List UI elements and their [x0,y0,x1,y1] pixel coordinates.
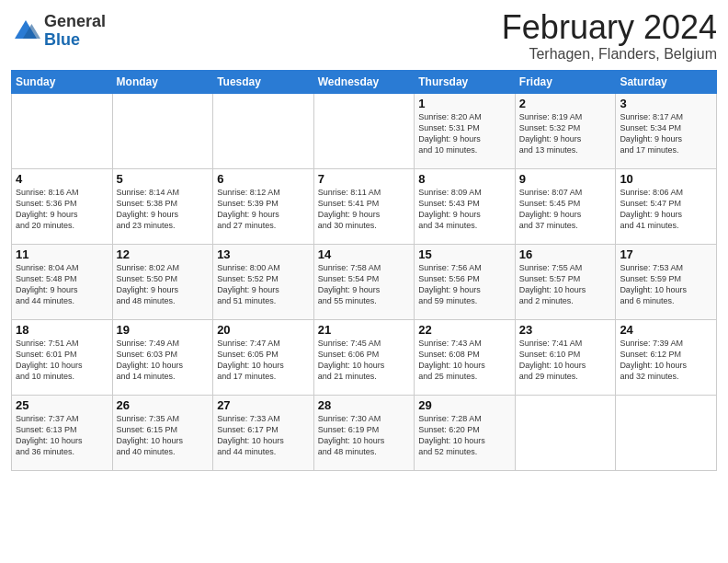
day-number: 26 [117,398,210,412]
day-info: Sunrise: 8:17 AM Sunset: 5:34 PM Dayligh… [620,111,712,156]
day-info: Sunrise: 8:14 AM Sunset: 5:38 PM Dayligh… [117,187,210,232]
header-sunday: Sunday [12,70,113,93]
calendar-cell: 27Sunrise: 7:33 AM Sunset: 6:17 PM Dayli… [213,395,314,470]
calendar-cell: 28Sunrise: 7:30 AM Sunset: 6:19 PM Dayli… [313,395,415,470]
day-number: 7 [318,172,411,186]
calendar-cell [313,93,415,168]
day-info: Sunrise: 7:49 AM Sunset: 6:03 PM Dayligh… [117,338,210,383]
day-number: 3 [620,97,712,110]
calendar-cell: 10Sunrise: 8:06 AM Sunset: 5:47 PM Dayli… [616,168,717,244]
day-info: Sunrise: 7:28 AM Sunset: 6:20 PM Dayligh… [418,413,511,458]
calendar-cell: 21Sunrise: 7:45 AM Sunset: 6:06 PM Dayli… [313,319,415,395]
day-info: Sunrise: 7:30 AM Sunset: 6:19 PM Dayligh… [318,413,411,458]
logo-text: General Blue [44,13,106,50]
main-title: February 2024 [502,9,717,46]
day-number: 29 [418,398,511,412]
day-info: Sunrise: 7:33 AM Sunset: 6:17 PM Dayligh… [217,413,310,458]
day-number: 16 [519,247,612,261]
day-info: Sunrise: 7:35 AM Sunset: 6:15 PM Dayligh… [117,413,210,458]
header-wednesday: Wednesday [313,70,415,93]
day-info: Sunrise: 7:37 AM Sunset: 6:13 PM Dayligh… [16,413,108,458]
day-info: Sunrise: 8:06 AM Sunset: 5:47 PM Dayligh… [620,187,712,232]
day-info: Sunrise: 8:12 AM Sunset: 5:39 PM Dayligh… [217,187,310,232]
day-info: Sunrise: 8:02 AM Sunset: 5:50 PM Dayligh… [117,262,210,307]
calendar-cell: 7Sunrise: 8:11 AM Sunset: 5:41 PM Daylig… [313,168,415,244]
calendar-cell: 20Sunrise: 7:47 AM Sunset: 6:05 PM Dayli… [213,319,314,395]
calendar-cell: 11Sunrise: 8:04 AM Sunset: 5:48 PM Dayli… [12,244,113,319]
calendar-cell: 18Sunrise: 7:51 AM Sunset: 6:01 PM Dayli… [12,319,113,395]
day-info: Sunrise: 7:56 AM Sunset: 5:56 PM Dayligh… [418,262,511,307]
calendar-cell: 8Sunrise: 8:09 AM Sunset: 5:43 PM Daylig… [415,168,516,244]
header-tuesday: Tuesday [213,70,314,93]
calendar-cell: 13Sunrise: 8:00 AM Sunset: 5:52 PM Dayli… [213,244,314,319]
day-number: 6 [217,172,310,186]
logo-icon [11,17,40,46]
calendar-cell: 22Sunrise: 7:43 AM Sunset: 6:08 PM Dayli… [415,319,516,395]
day-info: Sunrise: 8:04 AM Sunset: 5:48 PM Dayligh… [16,262,108,307]
calendar-cell: 14Sunrise: 7:58 AM Sunset: 5:54 PM Dayli… [313,244,415,319]
calendar-cell: 16Sunrise: 7:55 AM Sunset: 5:57 PM Dayli… [515,244,616,319]
day-info: Sunrise: 7:39 AM Sunset: 6:12 PM Dayligh… [620,338,712,383]
calendar-cell: 26Sunrise: 7:35 AM Sunset: 6:15 PM Dayli… [112,395,213,470]
header-saturday: Saturday [616,70,717,93]
calendar-week-5: 25Sunrise: 7:37 AM Sunset: 6:13 PM Dayli… [12,395,717,470]
calendar-cell: 17Sunrise: 7:53 AM Sunset: 5:59 PM Dayli… [616,244,717,319]
calendar-body: 1Sunrise: 8:20 AM Sunset: 5:31 PM Daylig… [12,93,717,470]
day-number: 15 [418,247,511,261]
day-number: 17 [620,247,712,261]
day-number: 20 [217,323,310,337]
day-number: 24 [620,323,712,337]
day-info: Sunrise: 8:09 AM Sunset: 5:43 PM Dayligh… [418,187,511,232]
day-number: 4 [16,172,108,186]
calendar-header: Sunday Monday Tuesday Wednesday Thursday… [12,70,717,93]
day-info: Sunrise: 7:51 AM Sunset: 6:01 PM Dayligh… [16,338,108,383]
day-info: Sunrise: 7:45 AM Sunset: 6:06 PM Dayligh… [318,338,411,383]
day-info: Sunrise: 7:55 AM Sunset: 5:57 PM Dayligh… [519,262,612,307]
calendar-cell: 4Sunrise: 8:16 AM Sunset: 5:36 PM Daylig… [12,168,113,244]
day-info: Sunrise: 7:41 AM Sunset: 6:10 PM Dayligh… [519,338,612,383]
calendar-week-1: 1Sunrise: 8:20 AM Sunset: 5:31 PM Daylig… [12,93,717,168]
calendar-cell: 23Sunrise: 7:41 AM Sunset: 6:10 PM Dayli… [515,319,616,395]
day-info: Sunrise: 8:11 AM Sunset: 5:41 PM Dayligh… [318,187,411,232]
day-number: 12 [117,247,210,261]
calendar-cell: 19Sunrise: 7:49 AM Sunset: 6:03 PM Dayli… [112,319,213,395]
day-info: Sunrise: 7:43 AM Sunset: 6:08 PM Dayligh… [418,338,511,383]
calendar-cell [12,93,113,168]
calendar-cell: 25Sunrise: 7:37 AM Sunset: 6:13 PM Dayli… [12,395,113,470]
day-info: Sunrise: 7:58 AM Sunset: 5:54 PM Dayligh… [318,262,411,307]
day-number: 28 [318,398,411,412]
day-info: Sunrise: 7:47 AM Sunset: 6:05 PM Dayligh… [217,338,310,383]
day-number: 23 [519,323,612,337]
calendar-week-2: 4Sunrise: 8:16 AM Sunset: 5:36 PM Daylig… [12,168,717,244]
calendar-week-3: 11Sunrise: 8:04 AM Sunset: 5:48 PM Dayli… [12,244,717,319]
calendar-table: Sunday Monday Tuesday Wednesday Thursday… [11,70,717,471]
day-number: 1 [418,97,511,110]
day-number: 8 [418,172,511,186]
weekday-row: Sunday Monday Tuesday Wednesday Thursday… [12,70,717,93]
day-info: Sunrise: 8:00 AM Sunset: 5:52 PM Dayligh… [217,262,310,307]
header-friday: Friday [515,70,616,93]
title-block: February 2024 Terhagen, Flanders, Belgiu… [502,9,717,63]
day-number: 19 [117,323,210,337]
calendar-cell: 5Sunrise: 8:14 AM Sunset: 5:38 PM Daylig… [112,168,213,244]
day-info: Sunrise: 8:07 AM Sunset: 5:45 PM Dayligh… [519,187,612,232]
logo-blue: Blue [44,30,80,49]
calendar-cell: 1Sunrise: 8:20 AM Sunset: 5:31 PM Daylig… [415,93,516,168]
day-number: 18 [16,323,108,337]
subtitle: Terhagen, Flanders, Belgium [502,46,717,63]
calendar-week-4: 18Sunrise: 7:51 AM Sunset: 6:01 PM Dayli… [12,319,717,395]
header: General Blue February 2024 Terhagen, Fla… [11,9,717,63]
day-number: 10 [620,172,712,186]
calendar-cell [213,93,314,168]
calendar-cell: 29Sunrise: 7:28 AM Sunset: 6:20 PM Dayli… [415,395,516,470]
logo: General Blue [11,13,106,50]
calendar-cell: 12Sunrise: 8:02 AM Sunset: 5:50 PM Dayli… [112,244,213,319]
calendar-cell: 24Sunrise: 7:39 AM Sunset: 6:12 PM Dayli… [616,319,717,395]
day-number: 2 [519,97,612,110]
day-info: Sunrise: 8:16 AM Sunset: 5:36 PM Dayligh… [16,187,108,232]
calendar-cell [515,395,616,470]
calendar-cell: 15Sunrise: 7:56 AM Sunset: 5:56 PM Dayli… [415,244,516,319]
day-number: 25 [16,398,108,412]
day-number: 14 [318,247,411,261]
calendar-cell [112,93,213,168]
